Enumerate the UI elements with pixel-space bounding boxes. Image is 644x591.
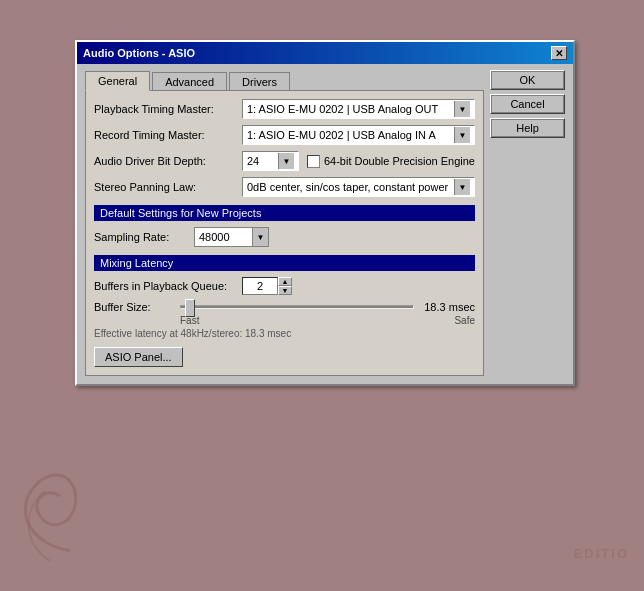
latency-text: Effective latency at 48kHz/stereo: 18.3 … [94,328,475,339]
tab-bar: General Advanced Drivers [85,70,484,90]
close-button[interactable]: ✕ [551,46,567,60]
right-panel: OK Cancel Help [490,70,565,376]
ok-button[interactable]: OK [490,70,565,90]
record-timing-label: Record Timing Master: [94,129,242,141]
playback-timing-label: Playback Timing Master: [94,103,242,115]
audio-driver-arrow: ▼ [278,153,294,169]
stereo-panning-arrow: ▼ [454,179,470,195]
audio-driver-label: Audio Driver Bit Depth: [94,155,242,167]
playback-timing-row: Playback Timing Master: 1: ASIO E-MU 020… [94,99,475,119]
buffers-spinbox: ▲ ▼ [242,277,292,295]
buffer-size-value: 18.3 msec [420,301,475,313]
dialog-title: Audio Options - ASIO [83,47,195,59]
edition-watermark: EDITIO [574,546,629,561]
default-settings-header: Default Settings for New Projects [94,205,475,221]
tab-content: Playback Timing Master: 1: ASIO E-MU 020… [85,90,484,376]
stereo-panning-select[interactable]: 0dB center, sin/cos taper, constant powe… [242,177,475,197]
mixing-latency-header: Mixing Latency [94,255,475,271]
buffers-label: Buffers in Playback Queue: [94,280,242,292]
audio-driver-value: 24 [247,155,278,167]
double-precision-row: 64-bit Double Precision Engine [307,155,475,168]
sampling-rate-select[interactable]: 48000 ▼ [194,227,269,247]
record-timing-value: 1: ASIO E-MU 0202 | USB Analog IN A [247,129,454,141]
slider-labels: Fast Safe [180,315,475,326]
audio-driver-row: Audio Driver Bit Depth: 24 ▼ 64-bit Doub… [94,151,475,171]
buffers-input[interactable] [242,277,278,295]
left-panel: General Advanced Drivers Playback Timing… [85,70,484,376]
record-timing-arrow: ▼ [454,127,470,143]
buffers-spinbox-buttons: ▲ ▼ [278,277,292,295]
swirl-decoration [10,451,90,571]
tab-advanced[interactable]: Advanced [152,72,227,91]
buffers-spin-down[interactable]: ▼ [278,286,292,295]
record-timing-row: Record Timing Master: 1: ASIO E-MU 0202 … [94,125,475,145]
sampling-rate-value: 48000 [195,231,252,243]
stereo-panning-label: Stereo Panning Law: [94,181,242,193]
buffers-spin-up[interactable]: ▲ [278,277,292,286]
slider-safe-label: Safe [199,315,475,326]
record-timing-select[interactable]: 1: ASIO E-MU 0202 | USB Analog IN A ▼ [242,125,475,145]
audio-driver-select[interactable]: 24 ▼ [242,151,299,171]
buffer-size-row: Buffer Size: 18.3 msec [94,301,475,313]
buffer-size-slider-thumb[interactable] [185,299,195,317]
sampling-rate-row: Sampling Rate: 48000 ▼ [94,227,475,247]
playback-timing-select[interactable]: 1: ASIO E-MU 0202 | USB Analog OUT ▼ [242,99,475,119]
sampling-rate-arrow: ▼ [252,228,268,246]
stereo-panning-row: Stereo Panning Law: 0dB center, sin/cos … [94,177,475,197]
buffers-row: Buffers in Playback Queue: ▲ ▼ [94,277,475,295]
sampling-rate-label: Sampling Rate: [94,231,194,243]
playback-timing-value: 1: ASIO E-MU 0202 | USB Analog OUT [247,103,454,115]
stereo-panning-value: 0dB center, sin/cos taper, constant powe… [247,181,454,193]
buffer-size-slider-track[interactable] [180,305,414,309]
tab-general[interactable]: General [85,71,150,91]
playback-timing-arrow: ▼ [454,101,470,117]
dialog-titlebar: Audio Options - ASIO ✕ [77,42,573,64]
tab-drivers[interactable]: Drivers [229,72,290,91]
asio-panel-button[interactable]: ASIO Panel... [94,347,183,367]
double-precision-checkbox[interactable] [307,155,320,168]
cancel-button[interactable]: Cancel [490,94,565,114]
help-button[interactable]: Help [490,118,565,138]
dialog: Audio Options - ASIO ✕ General Advanced … [75,40,575,386]
dialog-body: General Advanced Drivers Playback Timing… [77,64,573,384]
double-precision-label: 64-bit Double Precision Engine [324,155,475,167]
buffer-size-label: Buffer Size: [94,301,174,313]
